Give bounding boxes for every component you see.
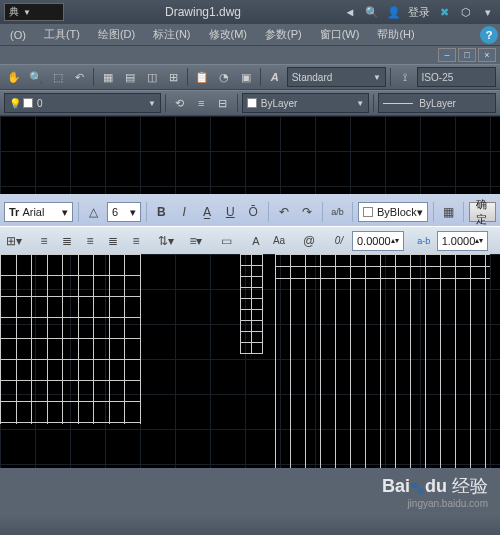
dropdown-icon[interactable]: ▾ (480, 4, 496, 20)
text-color-combo[interactable]: ByBlock ▾ (358, 202, 428, 222)
font-combo[interactable]: Tr Arial ▾ (4, 202, 73, 222)
watermark: Bai🐾du 经验 jingyan.baidu.com (382, 474, 488, 509)
paste-icon[interactable]: 📋 (192, 67, 212, 87)
chevron-down-icon: ▾ (130, 206, 136, 219)
stack-button[interactable]: a/b (327, 202, 347, 222)
pan-icon[interactable]: ✋ (4, 67, 24, 87)
layer-status-icon: 💡 (9, 98, 21, 109)
tracking-button[interactable]: a-b (414, 231, 434, 251)
ruler-icon[interactable]: ▦ (438, 202, 458, 222)
close-button[interactable]: × (478, 48, 496, 62)
tracking-input[interactable]: 1.0000 ▴▾ (437, 231, 489, 251)
overline-button[interactable]: Ō (243, 202, 263, 222)
text-format-bar-2: ⊞▾ ≡ ≣ ≡ ≣ ≡ ⇅▾ ≡▾ ▭ A Aa @ 0/ 0.0000 ▴▾… (0, 226, 500, 254)
font-size-combo[interactable]: 6 ▾ (107, 202, 141, 222)
oblique-input[interactable]: 0.0000 ▴▾ (352, 231, 404, 251)
layer-combo[interactable]: 💡 0 ▼ (4, 93, 161, 113)
sheet-icon[interactable]: ▤ (120, 67, 140, 87)
maximize-button[interactable]: □ (458, 48, 476, 62)
layer-iso-icon[interactable]: ⊟ (213, 93, 233, 113)
menu-item-draw[interactable]: 绘图(D) (90, 25, 143, 44)
properties-icon[interactable]: ▦ (98, 67, 118, 87)
layer-state-icon[interactable]: ≡ (192, 93, 212, 113)
color-swatch (247, 98, 257, 108)
zoom-window-icon[interactable]: ⬚ (48, 67, 68, 87)
exchange-icon[interactable]: ✖ (436, 4, 452, 20)
dim-style-icon[interactable]: ⟟ (395, 67, 415, 87)
app-icon[interactable]: ⬡ (458, 4, 474, 20)
workspace-combo[interactable]: 典 ▼ (4, 3, 64, 21)
linetype-combo[interactable]: ByLayer (378, 93, 496, 113)
layer-color-swatch (23, 98, 33, 108)
toolbar-layers: 💡 0 ▼ ⟲ ≡ ⊟ ByLayer ▼ ByLayer (0, 90, 500, 116)
zoom-icon[interactable]: 🔍 (26, 67, 46, 87)
chevron-down-icon: ▾ (62, 206, 68, 219)
user-icon[interactable]: 👤 (386, 4, 402, 20)
spinner-icon[interactable]: ▴▾ (475, 236, 483, 245)
nav-left-icon[interactable]: ◄ (342, 4, 358, 20)
menu-item-tools[interactable]: 工具(T) (36, 25, 88, 44)
spinner-icon[interactable]: ▴▾ (391, 236, 399, 245)
drawing-canvas-bottom[interactable] (0, 254, 500, 468)
text-format-bar: Tr Arial ▾ △ 6 ▾ B I A̲ U Ō ↶ ↷ a/b ByBl… (0, 198, 500, 226)
chevron-down-icon: ▾ (417, 206, 423, 219)
color-combo[interactable]: ByLayer ▼ (242, 93, 370, 113)
block-icon[interactable]: ▣ (236, 67, 256, 87)
status-bar (0, 515, 500, 535)
case-button[interactable]: Aa (269, 231, 289, 251)
match-icon[interactable]: ◔ (214, 67, 234, 87)
menu-item-annotate[interactable]: 标注(N) (145, 25, 198, 44)
align-center-icon[interactable]: ≣ (57, 231, 77, 251)
oblique-button[interactable]: 0/ (329, 231, 349, 251)
chevron-down-icon: ▼ (23, 8, 31, 17)
annotative-icon[interactable]: △ (84, 202, 104, 222)
login-label[interactable]: 登录 (408, 5, 430, 20)
chevron-down-icon: ▼ (365, 73, 381, 82)
text-style-combo[interactable]: Standard ▼ (287, 67, 386, 87)
calc-icon[interactable]: ⊞ (164, 67, 184, 87)
symbol-button[interactable]: @ (299, 231, 319, 251)
uppercase-button[interactable]: A (246, 231, 266, 251)
minimize-button[interactable]: – (438, 48, 456, 62)
field-icon[interactable]: ▭ (216, 231, 236, 251)
truetype-icon: Tr (9, 206, 19, 218)
toolbar-standard: ✋ 🔍 ⬚ ↶ ▦ ▤ ◫ ⊞ 📋 ◔ ▣ A Standard ▼ ⟟ ISO… (0, 64, 500, 90)
columns-icon[interactable]: ⊞▾ (4, 231, 24, 251)
tool-palette-icon[interactable]: ◫ (142, 67, 162, 87)
dim-style-combo[interactable]: ISO-25 (417, 67, 496, 87)
menu-item-0[interactable]: (O) (2, 27, 34, 43)
align-dist-icon[interactable]: ≡ (126, 231, 146, 251)
search-icon[interactable]: 🔍 (364, 4, 380, 20)
italic-button[interactable]: I (174, 202, 194, 222)
menu-item-params[interactable]: 参数(P) (257, 25, 310, 44)
numbering-icon[interactable]: ≡▾ (186, 231, 206, 251)
line-preview (383, 103, 413, 104)
workspace-label: 典 (9, 5, 19, 19)
zoom-prev-icon[interactable]: ↶ (69, 67, 89, 87)
underline-button[interactable]: U (220, 202, 240, 222)
menu-item-help[interactable]: 帮助(H) (369, 25, 422, 44)
drawing-canvas-top[interactable] (0, 116, 500, 194)
align-right-icon[interactable]: ≡ (80, 231, 100, 251)
paw-icon: 🐾 (410, 481, 425, 495)
line-space-icon[interactable]: ⇅▾ (156, 231, 176, 251)
align-justify-icon[interactable]: ≣ (103, 231, 123, 251)
chevron-down-icon: ▼ (348, 99, 364, 108)
menu-bar: (O) 工具(T) 绘图(D) 标注(N) 修改(M) 参数(P) 窗口(W) … (0, 24, 500, 46)
bold-button[interactable]: B (151, 202, 171, 222)
document-title: Drawing1.dwg (64, 5, 342, 19)
undo-button[interactable]: ↶ (274, 202, 294, 222)
confirm-button[interactable]: 确定 (469, 202, 496, 222)
font-button[interactable]: A̲ (197, 202, 217, 222)
chevron-down-icon: ▼ (140, 99, 156, 108)
text-style-icon[interactable]: A (265, 67, 285, 87)
layer-prev-icon[interactable]: ⟲ (170, 93, 190, 113)
menu-item-window[interactable]: 窗口(W) (312, 25, 368, 44)
help-icon[interactable]: ? (480, 26, 498, 44)
menu-item-modify[interactable]: 修改(M) (201, 25, 256, 44)
color-swatch (363, 207, 373, 217)
redo-button[interactable]: ↷ (297, 202, 317, 222)
align-left-icon[interactable]: ≡ (34, 231, 54, 251)
